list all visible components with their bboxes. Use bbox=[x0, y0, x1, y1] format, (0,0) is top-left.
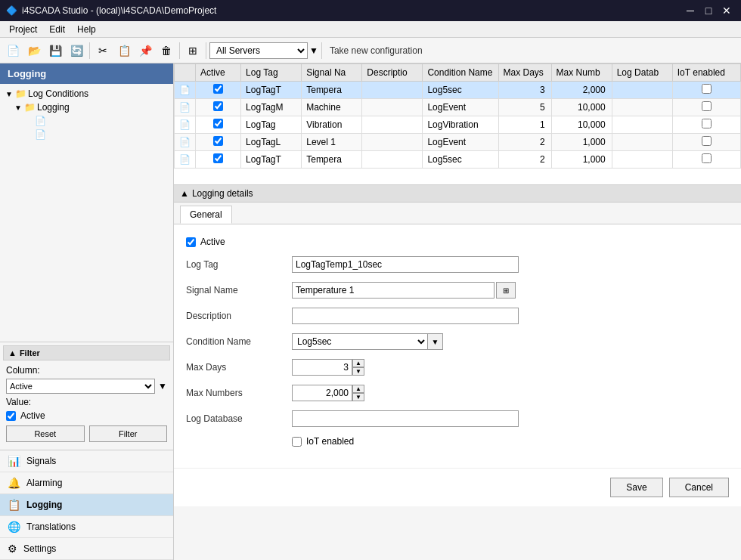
filter-buttons: Reset Filter bbox=[6, 425, 167, 442]
col-header-maxnumb[interactable]: Max Numb bbox=[551, 64, 612, 82]
toolbar-refresh[interactable]: 🔄 bbox=[67, 41, 86, 60]
sidebar-item-settings[interactable]: ⚙ Settings bbox=[0, 538, 173, 560]
sidebar-item-translations[interactable]: 🌐 Translations bbox=[0, 516, 173, 538]
menu-edit[interactable]: Edit bbox=[43, 23, 71, 36]
table-body: 📄 LogTagT Tempera Log5sec 3 2,000 📄 LogT… bbox=[175, 82, 741, 169]
row-active-1[interactable] bbox=[196, 99, 241, 116]
signal-input[interactable] bbox=[292, 282, 495, 299]
close-button[interactable]: ✕ bbox=[718, 2, 735, 19]
row-iot-checkbox-2[interactable] bbox=[702, 119, 712, 128]
row-active-4[interactable] bbox=[196, 151, 241, 169]
maxnumbers-down-button[interactable]: ▼ bbox=[352, 393, 364, 401]
maxdays-up-button[interactable]: ▲ bbox=[352, 359, 364, 367]
row-active-checkbox-2[interactable] bbox=[213, 119, 223, 128]
table-row[interactable]: 📄 LogTag Vibration LogVibration 1 10,000 bbox=[175, 116, 741, 134]
col-header-iot[interactable]: IoT enabled bbox=[672, 64, 740, 82]
toolbar-open[interactable]: 📂 bbox=[24, 41, 44, 60]
form-row-iot: IoT enabled bbox=[186, 436, 729, 447]
filter-column-select[interactable]: Active bbox=[6, 379, 155, 394]
row-active-checkbox-4[interactable] bbox=[213, 153, 223, 163]
toolbar-delete[interactable]: 🗑 bbox=[157, 41, 176, 60]
maxnumbers-input[interactable] bbox=[292, 385, 352, 401]
table-row[interactable]: 📄 LogTagT Tempera Log5sec 2 1,000 bbox=[175, 151, 741, 169]
save-button[interactable]: Save bbox=[610, 478, 662, 497]
toolbar-new[interactable]: 📄 bbox=[3, 41, 23, 60]
row-active-checkbox-3[interactable] bbox=[213, 136, 223, 146]
toolbar-copy[interactable]: 📋 bbox=[114, 41, 134, 60]
toolbar-paste[interactable]: 📌 bbox=[135, 41, 155, 60]
sidebar-item-alarming[interactable]: 🔔 Alarming bbox=[0, 472, 173, 494]
row-active-3[interactable] bbox=[196, 134, 241, 151]
row-logtag-4: LogTagT bbox=[241, 151, 302, 169]
filter-checkbox-row: Active bbox=[6, 410, 167, 421]
row-logdb-1 bbox=[612, 99, 672, 116]
row-iot-1[interactable] bbox=[672, 99, 740, 116]
col-header-signal[interactable]: Signal Na bbox=[302, 64, 362, 82]
root-expand[interactable]: ▼ bbox=[5, 89, 14, 98]
logging-expand[interactable]: ▼ bbox=[14, 103, 23, 112]
active-checkbox[interactable] bbox=[186, 237, 196, 247]
col-header-desc[interactable]: Descriptio bbox=[362, 64, 423, 82]
iot-checkbox[interactable] bbox=[292, 437, 302, 447]
tab-general[interactable]: General bbox=[180, 206, 232, 224]
maxdays-input[interactable] bbox=[292, 359, 352, 376]
row-condname-1: LogEvent bbox=[423, 99, 498, 116]
tree-item1[interactable]: 📄 bbox=[3, 114, 170, 128]
row-iot-0[interactable] bbox=[672, 82, 740, 99]
row-iot-checkbox-4[interactable] bbox=[702, 153, 712, 163]
server-dropdown[interactable]: All Servers bbox=[209, 42, 308, 59]
toolbar-cut[interactable]: ✂ bbox=[93, 41, 113, 60]
row-iot-checkbox-1[interactable] bbox=[702, 101, 712, 111]
col-header-logtag[interactable]: Log Tag bbox=[241, 64, 302, 82]
row-iot-checkbox-3[interactable] bbox=[702, 136, 712, 146]
signal-browse-button[interactable]: ⊞ bbox=[496, 282, 516, 299]
row-active-0[interactable] bbox=[196, 82, 241, 99]
settings-label: Settings bbox=[23, 543, 56, 554]
sidebar-item-signals[interactable]: 📊 Signals bbox=[0, 450, 173, 472]
minimize-button[interactable]: ─ bbox=[682, 2, 699, 19]
row-maxdays-2: 1 bbox=[498, 116, 551, 134]
table-row[interactable]: 📄 LogTagM Machine LogEvent 5 10,000 bbox=[175, 99, 741, 116]
maxnumbers-up-button[interactable]: ▲ bbox=[352, 385, 364, 393]
logdb-input[interactable] bbox=[292, 410, 519, 427]
toolbar-extra[interactable]: ⊞ bbox=[183, 41, 203, 60]
menu-help[interactable]: Help bbox=[71, 23, 102, 36]
col-header-active[interactable]: Active bbox=[196, 64, 241, 82]
menu-project[interactable]: Project bbox=[3, 23, 43, 36]
separator-4 bbox=[321, 42, 322, 59]
row-iot-2[interactable] bbox=[672, 116, 740, 134]
table-row[interactable]: 📄 LogTagT Tempera Log5sec 3 2,000 bbox=[175, 82, 741, 99]
filter-button[interactable]: Filter bbox=[89, 425, 168, 442]
row-active-2[interactable] bbox=[196, 116, 241, 134]
tree-item2[interactable]: 📄 bbox=[3, 128, 170, 141]
condition-select[interactable]: Log5sec LogEvent LogVibration bbox=[292, 333, 428, 350]
row-active-checkbox-1[interactable] bbox=[213, 101, 223, 111]
row-maxdays-1: 5 bbox=[498, 99, 551, 116]
tree-area: ▼ 📁 Log Conditions ▼ 📁 Logging 📄 📄 bbox=[0, 84, 173, 342]
tree-root[interactable]: ▼ 📁 Log Conditions bbox=[3, 87, 170, 101]
row-iot-3[interactable] bbox=[672, 134, 740, 151]
toolbar-save[interactable]: 💾 bbox=[45, 41, 65, 60]
row-iot-4[interactable] bbox=[672, 151, 740, 169]
col-header-maxdays[interactable]: Max Days bbox=[498, 64, 551, 82]
logtag-input[interactable] bbox=[292, 256, 519, 273]
filter-header[interactable]: ▲ Filter bbox=[3, 345, 170, 360]
item2-expand bbox=[24, 130, 33, 139]
cancel-button[interactable]: Cancel bbox=[669, 478, 729, 497]
iot-enabled-label: IoT enabled bbox=[306, 436, 354, 447]
description-input[interactable] bbox=[292, 308, 519, 324]
logging-nav-icon: 📋 bbox=[8, 499, 20, 511]
sidebar-item-logging[interactable]: 📋 Logging bbox=[0, 494, 173, 516]
table-wrapper[interactable]: Active Log Tag Signal Na Descriptio Cond… bbox=[174, 63, 741, 184]
row-active-checkbox-0[interactable] bbox=[213, 84, 223, 94]
col-header-logdb[interactable]: Log Datab bbox=[612, 64, 672, 82]
maximize-button[interactable]: □ bbox=[700, 2, 717, 19]
col-header-condname[interactable]: Condition Name bbox=[423, 64, 498, 82]
reset-button[interactable]: Reset bbox=[6, 425, 85, 442]
condition-dropdown-arrow[interactable]: ▼ bbox=[428, 333, 443, 350]
tree-logging[interactable]: ▼ 📁 Logging bbox=[3, 101, 170, 114]
maxdays-down-button[interactable]: ▼ bbox=[352, 367, 364, 376]
row-iot-checkbox-0[interactable] bbox=[702, 84, 712, 94]
filter-active-checkbox[interactable] bbox=[6, 411, 16, 421]
table-row[interactable]: 📄 LogTagL Level 1 LogEvent 2 1,000 bbox=[175, 134, 741, 151]
